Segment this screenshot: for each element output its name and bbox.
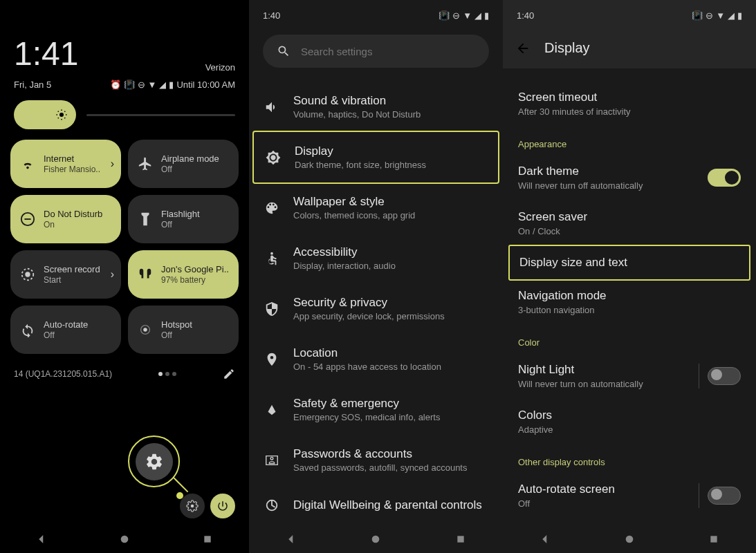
signal-icon: ◢ [159,79,166,90]
svg-rect-14 [710,536,717,542]
settings-highlight-ring [128,435,180,487]
settings-item-sound[interactable]: Sound & vibrationVolume, haptics, Do Not… [249,82,503,132]
item-sub: 3-button navigation [518,305,741,315]
recent-button[interactable] [454,532,468,546]
item-title: Screen timeout [518,91,741,104]
tile-device[interactable]: Jon's Google Pi..97% battery [128,250,239,299]
item-dark-theme[interactable]: Dark theme Will never turn off automatic… [503,155,756,200]
quick-tiles-grid: InternetFisher Mansio.. › Airplane modeO… [0,140,249,354]
settings-sub: On - 54 apps have access to location [293,362,441,372]
battery-icon: ▮ [484,10,489,21]
tile-sub: Off [44,330,88,340]
back-arrow-icon[interactable] [515,41,531,56]
tile-hotspot[interactable]: HotspotOff [128,306,239,354]
build-row: 14 (UQ1A.231205.015.A1) [0,354,249,387]
search-bar[interactable] [263,35,489,68]
item-night-light[interactable]: Night Light Will never turn on automatic… [503,353,756,399]
section-color: Color [503,325,756,353]
tile-auto-rotate[interactable]: Auto-rotateOff [10,306,121,354]
power-button[interactable] [210,494,235,518]
recent-button[interactable] [707,532,721,546]
home-button[interactable] [118,532,131,546]
brightness-track[interactable] [86,114,235,116]
svg-point-4 [143,328,147,332]
home-button[interactable] [623,532,636,546]
settings-title: Location [293,346,441,360]
tile-sub: On [44,220,102,229]
signal-icon: ◢ [474,10,481,21]
status-icons: ⏰ 📳 ⊖ ▼ ◢ ▮ Until 10:00 AM [110,79,235,90]
auto-rotate-toggle[interactable] [708,487,741,505]
back-button[interactable] [35,532,48,546]
home-button[interactable] [369,532,382,546]
dark-theme-toggle[interactable] [708,169,741,187]
night-light-toggle[interactable] [708,367,741,385]
build-label: 14 (UQ1A.231205.015.A1) [14,369,112,379]
item-auto-rotate[interactable]: Auto-rotate screen Off [503,473,756,518]
brightness-thumb[interactable] [14,100,76,129]
item-title: Colors [518,409,741,422]
divider [699,364,699,388]
item-screen-saver[interactable]: Screen saver On / Clock [503,200,756,246]
edit-icon[interactable] [223,368,235,380]
status-icons: 📳 ⊖ ▼ ◢ ▮ [692,10,742,21]
tile-sub: Off [161,330,192,340]
settings-sub: Emergency SOS, medical info, alerts [293,412,440,422]
item-display-size[interactable]: Display size and text [508,245,750,281]
recent-button[interactable] [201,532,214,546]
settings-item-accessibility[interactable]: AccessibilityDisplay, interaction, audio [249,233,503,283]
settings-item-display[interactable]: DisplayDark theme, font size, brightness [252,131,499,184]
item-sub: Will never turn off automatically [518,180,643,191]
tile-dnd[interactable]: Do Not DisturbOn [10,195,121,243]
back-button[interactable] [538,532,552,546]
tile-title: Jon's Google Pi.. [161,264,229,274]
vibrate-icon: 📳 [439,10,450,21]
settings-item-location[interactable]: LocationOn - 54 apps have access to loca… [249,334,503,384]
alarm-icon: ⏰ [110,79,121,90]
back-button[interactable] [284,532,298,546]
tile-sub: Fisher Mansio.. [44,165,100,174]
settings-sub: Saved passwords, autofill, synced accoun… [293,462,467,473]
wifi-icon: ▼ [716,10,725,21]
navbar [503,525,756,553]
settings-item-passwords[interactable]: Passwords & accountsSaved passwords, aut… [249,435,503,485]
item-title: Screen saver [518,210,741,224]
settings-item-wallpaper[interactable]: Wallpaper & styleColors, themed icons, a… [249,182,503,233]
tile-sub: Off [161,220,200,229]
svg-rect-8 [204,536,210,542]
status-bar: 1:41 Verizon [0,0,249,79]
gear-icon [145,452,164,471]
svg-point-9 [270,252,273,254]
bottom-buttons [0,494,249,518]
wellbeing-icon [264,498,279,513]
tile-internet[interactable]: InternetFisher Mansio.. › [10,140,121,188]
item-navigation-mode[interactable]: Navigation mode 3-button navigation [503,279,756,325]
quick-settings-screen: 1:41 Verizon Fri, Jan 5 ⏰ 📳 ⊖ ▼ ◢ ▮ Unti… [0,0,249,553]
item-screen-timeout[interactable]: Screen timeout After 30 minutes of inact… [503,81,756,126]
settings-button-large[interactable] [136,443,173,480]
settings-item-wellbeing[interactable]: Digital Wellbeing & parental controls [249,485,503,525]
dnd-icon: ⊖ [706,10,713,21]
search-input[interactable] [301,46,475,57]
wifi-icon [20,156,35,171]
dnd-icon: ⊖ [138,79,145,90]
settings-item-safety[interactable]: Safety & emergencyEmergency SOS, medical… [249,384,503,435]
tile-screen-record[interactable]: Screen recordStart › [10,250,121,299]
tile-flashlight[interactable]: FlashlightOff [128,195,239,243]
svg-rect-12 [457,536,463,542]
settings-title: Security & privacy [293,296,445,310]
settings-button[interactable] [180,494,205,518]
signal-icon: ◢ [728,10,735,21]
tile-sub: Off [161,165,219,174]
palette-icon [264,200,279,216]
settings-item-security[interactable]: Security & privacyApp security, device l… [249,283,503,334]
battery-icon: ▮ [737,10,742,21]
item-colors[interactable]: Colors Adaptive [503,399,756,444]
flashlight-icon [138,212,153,227]
brightness-slider[interactable] [0,100,249,140]
item-sub: Adaptive [518,424,741,435]
settings-title: Accessibility [293,245,396,259]
gear-icon [186,500,199,512]
tile-airplane[interactable]: Airplane modeOff [128,140,239,188]
clock-time: 1:40 [263,10,280,21]
